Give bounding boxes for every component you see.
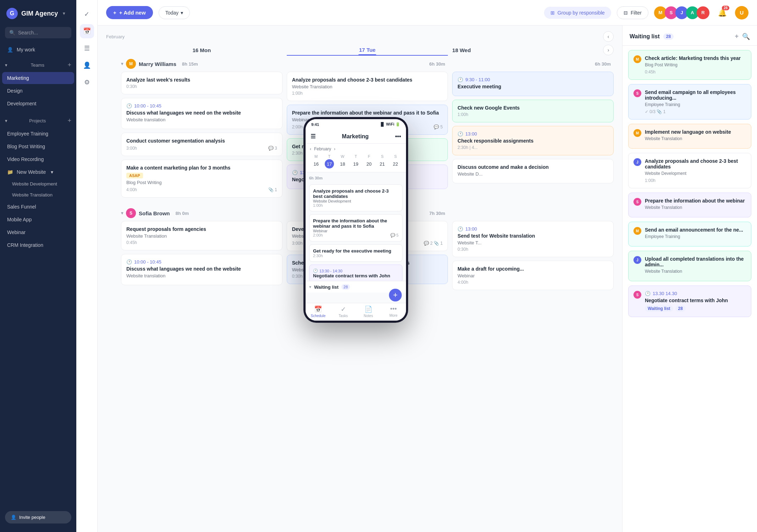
mobile-cal-day[interactable]: T 17 bbox=[323, 154, 335, 168]
mobile-header: ☰ Marketing ••• bbox=[306, 129, 406, 144]
waiting-card[interactable]: J Analyze proposals and choose 2-3 best … bbox=[628, 153, 751, 188]
mobile-cal-day[interactable]: F 20 bbox=[363, 154, 375, 168]
task-card[interactable]: Discuss outcome and make a decision Webs… bbox=[452, 159, 614, 183]
avatar-5[interactable]: R bbox=[697, 6, 709, 19]
sidebar-item-new-website[interactable]: 📁 New Website ▾ bbox=[2, 166, 74, 178]
sidebar-item-marketing[interactable]: Marketing bbox=[2, 72, 74, 84]
marry-time-mid: 6h 30m bbox=[429, 61, 448, 67]
sidebar-item-employee-training[interactable]: Employee Training bbox=[2, 128, 74, 140]
user-avatar[interactable]: U bbox=[735, 6, 748, 20]
waiting-card[interactable]: J Upload all completed translations into… bbox=[628, 251, 751, 281]
mobile-task-card[interactable]: Analyze proposals and choose 2-3 best ca… bbox=[309, 184, 402, 211]
projects-add-icon[interactable]: + bbox=[67, 117, 71, 124]
teams-section: ▾ Teams + bbox=[0, 59, 76, 72]
mobile-cal-day[interactable]: W 18 bbox=[336, 154, 349, 168]
task-card[interactable]: Make a content marketing plan for 3 mont… bbox=[121, 160, 282, 198]
col-header-wed: 18 Wed › bbox=[452, 45, 614, 57]
sidebar-item-sales-funnel[interactable]: Sales Funnel bbox=[2, 201, 74, 213]
sidebar-item-blog-post[interactable]: Blog Post Writing bbox=[2, 140, 74, 153]
mobile-task-card[interactable]: Prepare the information about the webina… bbox=[309, 214, 402, 242]
task-card[interactable]: Request proposals form agencies Website … bbox=[121, 221, 282, 250]
sidebar-item-my-work[interactable]: 👤 My work bbox=[2, 44, 74, 56]
col-header-tue: 17 Tue bbox=[287, 47, 448, 56]
sidebar-item-website-dev[interactable]: Website Development bbox=[2, 179, 74, 189]
task-card[interactable]: Analyze last week's results 0:30h bbox=[121, 72, 282, 94]
sidebar-item-development[interactable]: Development bbox=[2, 98, 74, 110]
mobile-nav-tasks[interactable]: ✓ Tasks bbox=[331, 305, 356, 318]
projects-section: ▾ Projects + bbox=[0, 114, 76, 127]
notif-badge: 28 bbox=[722, 6, 729, 10]
mobile-nav-more[interactable]: ••• More bbox=[381, 305, 406, 318]
teams-header[interactable]: ▾ Teams + bbox=[5, 61, 71, 69]
cal-prev-button[interactable]: ‹ bbox=[603, 31, 614, 42]
col-headers: 16 Mon 17 Tue 18 Wed › bbox=[98, 45, 622, 57]
mobile-cal-day[interactable]: T 19 bbox=[350, 154, 362, 168]
waiting-card-negotiate[interactable]: S 🕐 13.30 14.30 Negotiate contract terms… bbox=[628, 286, 751, 317]
cal-next-button[interactable]: › bbox=[603, 45, 614, 55]
sofia-avatar: S bbox=[126, 208, 136, 218]
sidebar-item-mobile-app[interactable]: Mobile App bbox=[2, 214, 74, 226]
mobile-next-icon[interactable]: › bbox=[334, 146, 335, 151]
task-card[interactable]: Make a draft for upcoming... Webinar 4:0… bbox=[452, 261, 614, 290]
tool-person[interactable]: 👤 bbox=[80, 58, 94, 72]
add-icon[interactable]: + bbox=[735, 33, 739, 40]
mobile-bottom-nav: 📅 Schedule ✓ Tasks 📄 Notes ••• More bbox=[306, 303, 406, 321]
waiting-card[interactable]: M Implement new language on website Webs… bbox=[628, 124, 751, 149]
marry-name: Marry Williams bbox=[139, 61, 176, 67]
mobile-cal-day[interactable]: S 21 bbox=[376, 154, 388, 168]
mobile-collapse-icon[interactable]: ▾ bbox=[309, 284, 311, 289]
group-by-button[interactable]: ⊞ Group by responsible bbox=[544, 7, 611, 19]
mobile-task-card-negotiate[interactable]: 🕐 13:30 - 14:30 Negotiate contract terms… bbox=[309, 265, 402, 281]
search-icon: 🔍 bbox=[9, 30, 15, 35]
more-label: More bbox=[389, 314, 397, 317]
sidebar-item-webinar[interactable]: Webinar bbox=[2, 226, 74, 238]
task-card[interactable]: 🕐 10:00 - 10:45 Discuss what languages w… bbox=[121, 254, 282, 285]
tool-check[interactable]: ✓ bbox=[80, 7, 94, 21]
sidebar-item-website-trans[interactable]: Website Translation bbox=[2, 190, 74, 200]
clock-icon: 🕐 bbox=[292, 170, 298, 175]
expand-sofia-icon[interactable]: ▾ bbox=[121, 211, 123, 216]
task-card[interactable]: Analyze proposals and choose 2-3 best ca… bbox=[287, 72, 448, 101]
waiting-card[interactable]: S Prepare the information about the webi… bbox=[628, 193, 751, 217]
search-box[interactable]: 🔍 Search... bbox=[5, 27, 71, 38]
mobile-task-card[interactable]: Get ready for the executive meeting 2:30… bbox=[309, 244, 402, 262]
mobile-time: 9:41 bbox=[311, 122, 319, 127]
notifications-button[interactable]: 🔔 28 bbox=[715, 6, 729, 20]
tasks-icon: ✓ bbox=[341, 305, 346, 313]
mobile-menu-icon[interactable]: ☰ bbox=[311, 133, 316, 140]
task-card[interactable]: 🕐 10:00 - 10:45 Discuss what languages w… bbox=[121, 98, 282, 129]
col-tue-label: 17 Tue bbox=[359, 47, 375, 53]
task-card[interactable]: Check new Google Events 1:00h bbox=[452, 100, 614, 122]
task-card[interactable]: 🕐 13:00 Send test for Website translatio… bbox=[452, 221, 614, 257]
sidebar-item-design[interactable]: Design bbox=[2, 85, 74, 97]
mobile-prev-icon[interactable]: ‹ bbox=[310, 146, 311, 151]
filter-button[interactable]: ⊟ Filter bbox=[617, 6, 648, 19]
sidebar-item-video-recording[interactable]: Video Recording bbox=[2, 153, 74, 165]
mobile-month: February bbox=[314, 146, 331, 151]
waiting-card[interactable]: M Send an email announcement for the ne.… bbox=[628, 222, 751, 246]
waiting-count-badge: Waiting list bbox=[645, 305, 673, 312]
projects-header[interactable]: ▾ Projects + bbox=[5, 117, 71, 124]
task-card[interactable]: 🕐 9:30 - 11:00 Executive meeting bbox=[452, 72, 614, 96]
add-new-button[interactable]: + + Add new bbox=[106, 6, 153, 19]
today-button[interactable]: Today ▾ bbox=[159, 6, 190, 19]
mobile-fab-button[interactable]: + bbox=[389, 289, 402, 301]
tool-settings[interactable]: ⚙ bbox=[80, 75, 94, 89]
expand-person-icon[interactable]: ▾ bbox=[121, 61, 123, 66]
app-logo[interactable]: G GIM Agency ▾ bbox=[0, 0, 76, 27]
sidebar-item-crm[interactable]: CRM Integration bbox=[2, 239, 74, 251]
mobile-nav-notes[interactable]: 📄 Notes bbox=[356, 305, 381, 318]
teams-add-icon[interactable]: + bbox=[67, 61, 71, 69]
search-icon[interactable]: 🔍 bbox=[742, 33, 750, 40]
tool-list[interactable]: ☰ bbox=[80, 41, 94, 55]
mobile-cal-day[interactable]: M 16 bbox=[310, 154, 322, 168]
invite-people-button[interactable]: 👤 Invite people bbox=[5, 511, 71, 523]
tool-calendar[interactable]: 📅 bbox=[80, 24, 94, 38]
waiting-card[interactable]: S Send email campaign to all employees i… bbox=[628, 84, 751, 120]
mobile-cal-day[interactable]: S 22 bbox=[389, 154, 402, 168]
task-card[interactable]: Conduct customer segmentation analysis 3… bbox=[121, 133, 282, 156]
waiting-card[interactable]: M Check article: Marketing trends this y… bbox=[628, 50, 751, 80]
mobile-nav-schedule[interactable]: 📅 Schedule bbox=[306, 305, 331, 318]
task-card[interactable]: 🕐 13:00 Check responsible assignments 2:… bbox=[452, 126, 614, 155]
mobile-more-icon[interactable]: ••• bbox=[395, 133, 401, 140]
